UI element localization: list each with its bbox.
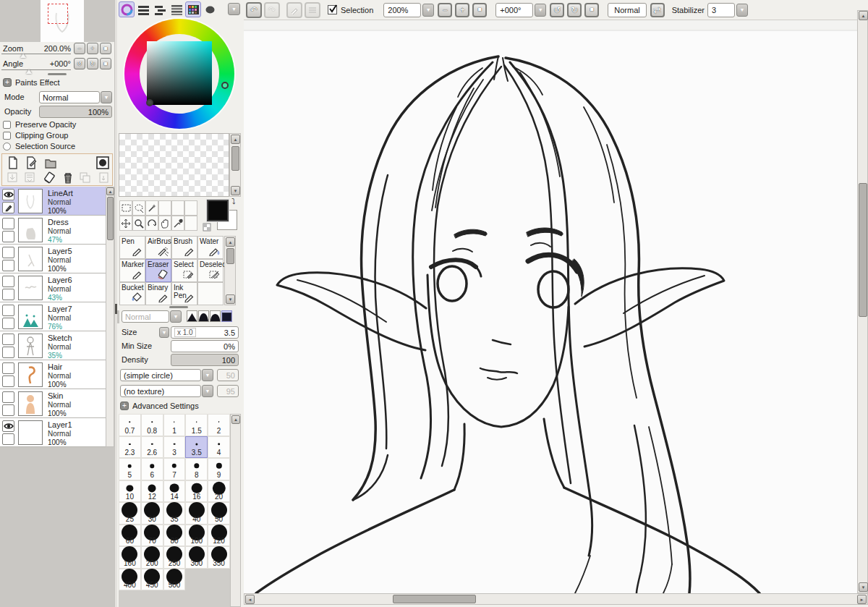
brush-size-25[interactable]: 25 [119,502,141,525]
edge-shape-triangle-button[interactable] [187,310,197,322]
eyedropper-tool[interactable] [171,216,184,231]
brush-blend-select[interactable]: Normal [122,310,169,323]
tool-eraser[interactable]: Eraser [145,259,171,282]
brush-size-0.8[interactable]: 0.8 [141,414,163,436]
merge-down-button[interactable] [24,171,36,184]
preserve-opacity-row[interactable]: Preserve Opacity [3,120,76,129]
layer-row-layer5[interactable]: Layer5Normal100% [0,245,106,273]
brush-size-14[interactable]: 14 [163,480,186,503]
scratchpad-scroll-up-icon[interactable]: ▲ [231,135,240,144]
brush-size-3.5[interactable]: 3.5 [185,436,208,459]
canvas-angle-select[interactable]: +000° [495,3,533,17]
canvas-zoom-reset-button[interactable]: ■ [472,3,487,17]
paste-layer-button[interactable] [98,171,110,184]
zoom-in-button[interactable]: + [87,43,98,54]
magic-wand-tool[interactable] [145,200,158,216]
brush-size-100[interactable]: 100 [185,525,208,547]
advanced-expand-plus-icon[interactable]: + [120,402,129,410]
size-field[interactable]: x 1.0 3.5 [171,326,239,339]
brush-size-160[interactable]: 160 [119,546,141,569]
clipping-group-checkbox[interactable] [3,132,11,140]
canvas-scroll-down-icon[interactable]: ▼ [859,582,868,592]
tool-scroll-down-icon[interactable]: ▼ [226,294,235,304]
brush-size-3[interactable]: 3 [163,436,186,459]
zoom-slider[interactable] [1,54,71,54]
layer-row-lineart[interactable]: LineArtNormal100% [0,187,106,216]
new-lineart-layer-button[interactable] [25,156,38,169]
delete-layer-button[interactable] [61,171,75,184]
density-slider[interactable]: 100 [171,354,239,366]
brush-size-16[interactable]: 16 [185,480,208,503]
preserve-opacity-checkbox[interactable] [3,121,11,129]
hsv-sliders-tab[interactable] [152,1,168,17]
edge-shape-square-button[interactable] [221,310,232,322]
canvas-rotate-ccw-button[interactable]: ↺ [550,3,564,17]
canvas-vscrollbar[interactable]: ▲ ▼ [857,10,868,593]
brush-size-20[interactable]: 20 [208,480,230,503]
brush-size-7[interactable]: 7 [163,458,186,480]
brush-size-350[interactable]: 350 [208,546,230,569]
layer-row-skin[interactable]: SkinNormal100% [0,389,106,418]
mode-select[interactable]: Normal [39,91,100,103]
edge-shape-flat-button[interactable] [210,310,221,322]
brush-size-400[interactable]: 400 [119,569,141,591]
canvas-drawing[interactable] [244,20,857,593]
zoom-tool[interactable] [132,216,145,231]
new-layer-button[interactable] [7,156,20,169]
layer-edit-toggle[interactable] [2,231,14,242]
tool-scroll-up-icon[interactable]: ▲ [226,237,235,247]
clear-layer-button[interactable] [43,171,56,184]
layer-edit-toggle[interactable] [2,433,14,445]
transfer-down-button[interactable] [7,171,19,184]
brush-size-60[interactable]: 60 [119,525,141,547]
tool-binary[interactable]: Binary [145,282,171,305]
canvas-rotate-cw-button[interactable]: ↻ [567,3,582,17]
brush-size-8[interactable]: 8 [185,458,208,480]
layer-edit-toggle[interactable] [2,202,14,213]
navigator-viewport-rect[interactable] [48,4,68,24]
flip-canvas-button[interactable]: ⇄ [650,3,665,17]
layer-edit-toggle[interactable] [2,289,14,300]
canvas-vscroll-thumb[interactable] [859,183,867,317]
layer-visibility-toggle[interactable] [2,334,14,345]
tool-airbrush[interactable]: AirBrush [145,236,171,259]
canvas-angle-dropdown-icon[interactable]: ▼ [535,4,546,17]
layer-row-hair[interactable]: HairNormal100% [0,360,106,389]
canvas-scroll-up-icon[interactable]: ▲ [859,11,868,20]
sv-square[interactable] [147,41,212,105]
scratchpad-scrollbar[interactable]: ▲ ▼ [229,133,241,197]
brush-shape-dropdown-icon[interactable]: ▼ [202,369,213,381]
hue-marker[interactable] [221,82,229,89]
canvas-zoom-select[interactable]: 200% [383,3,421,17]
tool-panel-resize-handle[interactable] [169,306,188,308]
brush-size-5[interactable]: 5 [119,458,141,480]
tool-scroll-thumb[interactable] [226,248,234,264]
selection-source-radio[interactable] [3,143,11,150]
layer-edit-toggle[interactable] [2,260,14,271]
angle-slider-handle[interactable] [26,69,32,74]
brush-size-120[interactable]: 120 [208,525,230,547]
new-folder-button[interactable] [44,156,57,169]
marquee-tool[interactable] [119,200,132,216]
foreground-color-swatch[interactable] [207,200,229,221]
clipping-group-row[interactable]: Clipping Group [3,131,68,140]
brush-size-250[interactable]: 250 [163,546,186,569]
min-size-field[interactable]: 0% [171,340,239,352]
brush-size-1.5[interactable]: 1.5 [185,414,208,436]
mode-dropdown-icon[interactable]: ▼ [101,91,112,103]
angle-slider[interactable] [1,69,71,70]
swap-colors-icon[interactable]: ⤵ [231,197,236,205]
tool-bucket[interactable]: Bucket [119,282,145,305]
canvas-zoom-out-button[interactable]: − [438,3,452,17]
canvas-viewport[interactable] [244,20,857,593]
canvas-zoom-dropdown-icon[interactable]: ▼ [422,4,434,17]
size-scroll-up-icon[interactable]: ▲ [231,415,240,424]
rotate-ccw-button[interactable]: ↺ [74,58,85,69]
zoom-out-button[interactable]: − [74,43,85,54]
view-mode-button[interactable]: Normal [608,3,646,17]
lasso-tool[interactable] [132,200,145,216]
layer-edit-toggle[interactable] [2,404,14,416]
rotate-canvas-tool[interactable] [145,216,158,231]
stabilizer-select[interactable]: 3 [707,3,735,17]
layer-visibility-toggle[interactable] [2,247,14,258]
